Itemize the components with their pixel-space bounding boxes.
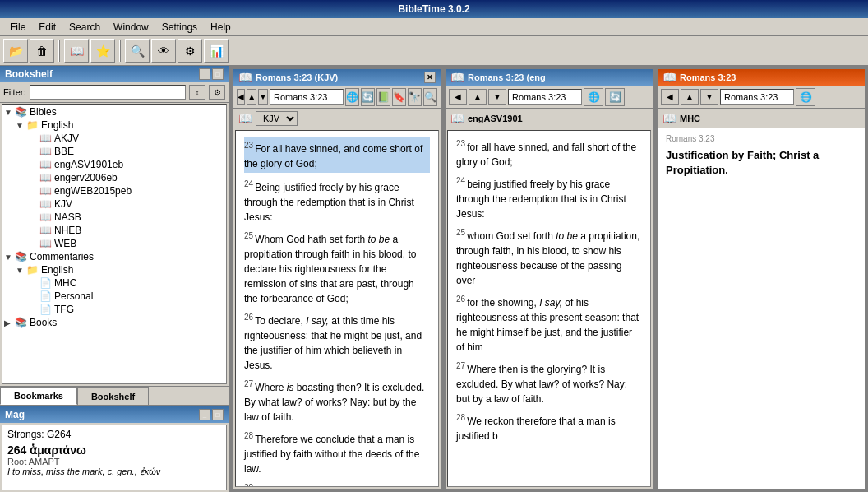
mag-minimize-btn[interactable]: _	[199, 409, 210, 420]
mag-maximize-btn[interactable]: □	[212, 409, 224, 420]
kjv-nav-input[interactable]	[270, 89, 344, 105]
tree-mhc[interactable]: 📄 MHC	[2, 276, 226, 290]
kjv-book2-btn[interactable]: 📗	[376, 88, 390, 106]
asv-back-btn[interactable]: ◀	[449, 89, 467, 105]
tree-nasb[interactable]: 📖 NASB	[2, 211, 226, 224]
toolbar-delete-btn[interactable]: 🗑	[30, 39, 54, 63]
mhc-globe-btn[interactable]: 🌐	[796, 88, 815, 106]
verse-25-kjv: 25Whom God hath set forth to be a propit…	[244, 230, 430, 306]
kjv-window: 📖 Romans 3:23 (KJV) ✕ ◀ ▲ ▼ 🌐 🔄 📗 🔖 🔭 🔍	[232, 67, 442, 490]
main-layout: Bookshelf _ □ Filter: ↕ ⚙ ▼ 📚 Bibles ▼ 📁	[0, 66, 868, 492]
toolbar-view-btn[interactable]: 👁	[151, 39, 176, 63]
asv-nav-input[interactable]	[508, 89, 582, 105]
kjv-search2-btn[interactable]: 🔍	[423, 88, 437, 106]
tree-personal[interactable]: 📄 Personal	[2, 290, 226, 303]
bookshelf-header-buttons: _ □	[199, 68, 224, 80]
tree-kjv[interactable]: 📖 KJV	[2, 197, 226, 211]
asv-up-btn[interactable]: ▲	[469, 89, 487, 105]
verse-27-asv: 27Where then is the glorying? It is excl…	[456, 360, 642, 406]
tree-bbe[interactable]: 📖 BBE	[2, 145, 226, 158]
mag-root: Root AMAPT	[7, 457, 221, 466]
asv-window: 📖 Romans 3:23 (eng ◀ ▲ ▼ 🌐 🔄 📖 engASV190…	[444, 67, 654, 490]
verse-28-kjv: 28Therefore we conclude that a man is ju…	[244, 429, 430, 476]
mag-strongs: Strongs: G264	[7, 429, 221, 440]
mhc-back-btn[interactable]: ◀	[661, 89, 679, 105]
tree-area: ▼ 📚 Bibles ▼ 📁 English 📖 AKJV 📖 BBE	[2, 104, 227, 384]
verse-27-kjv: 27Where is boasting then? It is excluded…	[244, 378, 430, 425]
mhc-up-btn[interactable]: ▲	[681, 89, 699, 105]
tree-english-commentaries[interactable]: ▼ 📁 English	[2, 263, 226, 276]
bookshelf-maximize-btn[interactable]: □	[212, 68, 224, 80]
toolbar-bookmark-btn[interactable]: ⭐	[90, 39, 115, 63]
tree-books[interactable]: ▶ 📚 Books	[2, 316, 226, 329]
kjv-down-btn[interactable]: ▼	[258, 89, 268, 105]
content-area: 📖 Romans 3:23 (KJV) ✕ ◀ ▲ ▼ 🌐 🔄 📗 🔖 🔭 🔍	[230, 66, 868, 492]
toolbar-separator-2	[119, 40, 121, 62]
mhc-nav-input[interactable]	[720, 89, 794, 105]
toolbar-open-btn[interactable]: 📂	[3, 39, 28, 63]
verse-24-kjv: 24Being justified freely by his grace th…	[244, 178, 430, 225]
tab-bookmarks[interactable]: Bookmarks	[0, 387, 77, 405]
menu-window[interactable]: Window	[107, 20, 155, 35]
filter-sort-btn[interactable]: ↕	[189, 85, 205, 100]
asv-sync-btn[interactable]: 🔄	[605, 88, 625, 106]
tree-tfg[interactable]: 📄 TFG	[2, 303, 226, 316]
tree-engerv2006eb[interactable]: 📖 engerv2006eb	[2, 171, 226, 184]
toolbar-search-btn[interactable]: 🔍	[125, 39, 150, 63]
mhc-heading: Justification by Faith; Christ a Propiti…	[666, 148, 856, 178]
mag-definition: I to miss, miss the mark, c. gen., ἐκών	[7, 466, 221, 477]
verse-26-kjv: 26To declare, I say, at this time his ri…	[244, 311, 430, 373]
bookshelf-minimize-btn[interactable]: _	[199, 68, 210, 80]
kjv-up-btn[interactable]: ▲	[247, 89, 256, 105]
kjv-version-icon: 📖	[238, 112, 252, 125]
toolbar-chart-btn[interactable]: 📊	[204, 39, 229, 63]
toolbar-settings-btn[interactable]: ⚙	[178, 39, 202, 63]
main-toolbar: 📂 🗑 📖 ⭐ 🔍 👁 ⚙ 📊	[0, 36, 868, 66]
kjv-back-btn[interactable]: ◀	[237, 89, 245, 105]
left-panel: Bookshelf _ □ Filter: ↕ ⚙ ▼ 📚 Bibles ▼ 📁	[0, 66, 230, 492]
mag-header: Mag _ □	[0, 406, 229, 423]
menu-help[interactable]: Help	[204, 20, 238, 35]
asv-version-bar: 📖 engASV1901	[446, 109, 653, 128]
tree-engasv1901eb[interactable]: 📖 engASV1901eb	[2, 158, 226, 171]
asv-globe-btn[interactable]: 🌐	[584, 88, 603, 106]
mhc-version-label: MHC	[680, 114, 700, 123]
kjv-globe-btn[interactable]: 🌐	[345, 88, 359, 106]
mhc-down-btn[interactable]: ▼	[700, 89, 718, 105]
kjv-version-select[interactable]: KJV	[256, 111, 298, 126]
kjv-close-btn[interactable]: ✕	[424, 72, 436, 83]
kjv-title-bar: 📖 Romans 3:23 (KJV) ✕	[233, 69, 441, 86]
tab-bookshelf[interactable]: Bookshelf	[77, 387, 149, 405]
kjv-bookmark2-btn[interactable]: 🔖	[392, 88, 406, 106]
bottom-tabs: Bookmarks Bookshelf	[0, 386, 229, 405]
mhc-text: Romans 3:23 Justification by Faith; Chri…	[658, 128, 865, 489]
filter-bar: Filter: ↕ ⚙	[0, 82, 229, 103]
mhc-version-bar: 📖 MHC	[658, 109, 865, 128]
asv-down-btn[interactable]: ▼	[488, 89, 506, 105]
tree-english-bibles[interactable]: ▼ 📁 English	[2, 118, 226, 132]
mhc-ref: Romans 3:23	[666, 133, 856, 145]
mhc-window-icon: 📖	[663, 71, 676, 84]
mag-content: Strongs: G264 264 ἁμαρτάνω Root AMAPT I …	[2, 425, 227, 490]
menu-settings[interactable]: Settings	[155, 20, 204, 35]
menu-file[interactable]: File	[3, 20, 32, 35]
menu-search[interactable]: Search	[62, 20, 107, 35]
tree-commentaries[interactable]: ▼ 📚 Commentaries	[2, 250, 226, 263]
tree-akjv[interactable]: 📖 AKJV	[2, 132, 226, 145]
toolbar-book-btn[interactable]: 📖	[64, 39, 89, 63]
bookshelf-title: Bookshelf	[5, 68, 53, 80]
mhc-toolbar: ◀ ▲ ▼ 🌐	[658, 86, 865, 109]
filter-input[interactable]	[30, 85, 187, 100]
kjv-window-icon: 📖	[238, 71, 252, 84]
kjv-sync-btn[interactable]: 🔄	[361, 88, 375, 106]
kjv-binoculars-btn[interactable]: 🔭	[408, 88, 422, 106]
tree-bibles[interactable]: ▼ 📚 Bibles	[2, 105, 226, 118]
asv-text: 23for all have sinned, and fall short of…	[447, 130, 651, 487]
tree-engweb2015peb[interactable]: 📖 engWEB2015peb	[2, 184, 226, 197]
menu-edit[interactable]: Edit	[32, 20, 62, 35]
filter-options-btn[interactable]: ⚙	[209, 85, 225, 100]
tree-web[interactable]: 📖 WEB	[2, 237, 226, 250]
app-title: BibleTime 3.0.2	[398, 3, 469, 15]
kjv-text: 23For all have sinned, and come short of…	[235, 130, 439, 487]
tree-nheb[interactable]: 📖 NHEB	[2, 224, 226, 237]
